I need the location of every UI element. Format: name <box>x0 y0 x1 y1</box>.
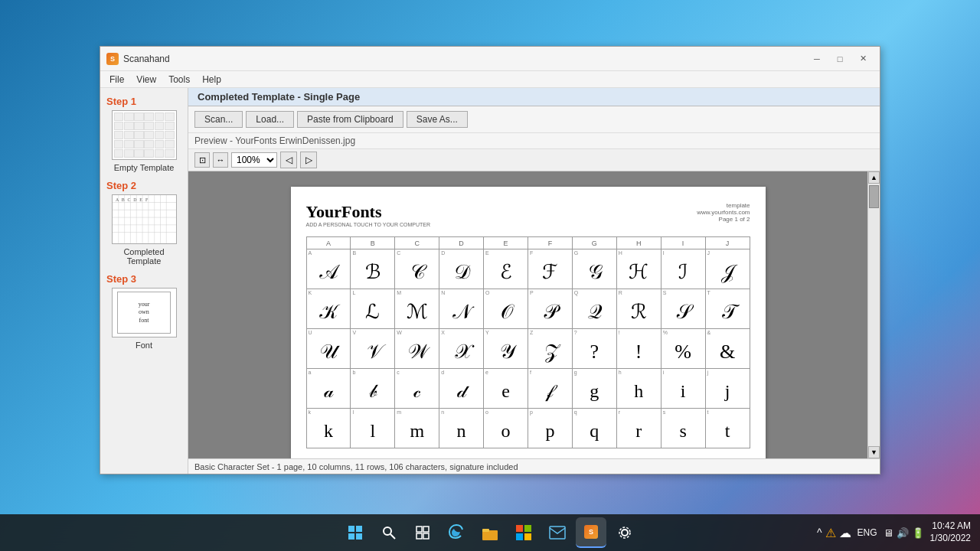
svg-rect-30 <box>524 525 531 532</box>
char-cell-R: Rℛ <box>616 289 661 329</box>
scrollbar-right[interactable]: ▲ ▼ <box>867 171 880 458</box>
warning-icon: ⚠ <box>825 526 836 540</box>
char-cell-M: Mℳ <box>395 289 439 329</box>
preview-bar: Preview - YourFonts ErwinDenissen.jpg <box>188 133 880 149</box>
zoom-next-button[interactable]: ▷ <box>300 152 317 168</box>
grid-header-row: A B C D E F G H I J <box>306 237 750 249</box>
file-explorer-button[interactable] <box>475 517 505 548</box>
svg-rect-33 <box>550 527 565 539</box>
toolbar: Scan... Load... Paste from Clipboard Sav… <box>188 106 880 133</box>
template-info-line3: Page 1 of 2 <box>697 216 750 223</box>
svg-rect-31 <box>516 533 523 540</box>
char-cell-G: G𝒢 <box>572 249 616 289</box>
thumb-cell <box>165 112 175 121</box>
char-cell-lb: b𝒷 <box>351 369 395 409</box>
monitor-icon[interactable]: 🖥 <box>884 527 893 539</box>
battery-icon[interactable]: 🔋 <box>912 527 924 539</box>
col-header-F: F <box>528 237 572 249</box>
char-cell-E: Eℰ <box>484 249 528 289</box>
char-cell-lm: mm <box>395 409 439 448</box>
mail-button[interactable] <box>542 517 573 548</box>
store-icon <box>515 524 532 541</box>
step1-label: Step 1 <box>106 96 136 107</box>
step2-thumbnail[interactable]: A B C D E F <box>112 194 177 244</box>
language-indicator[interactable]: ENG <box>858 527 877 538</box>
char-cell-D: D𝒟 <box>439 249 484 289</box>
zoom-select[interactable]: 100% 50% 75% 125% 150% <box>231 152 277 168</box>
task-view-button[interactable] <box>407 517 438 548</box>
zoom-fit-width-button[interactable]: ↔ <box>213 152 228 168</box>
menu-view[interactable]: View <box>130 73 162 86</box>
svg-rect-32 <box>524 533 531 540</box>
scrollbar-thumb[interactable] <box>869 185 879 208</box>
step1-thumbnail[interactable] <box>112 110 177 160</box>
desktop: S Scanahand ─ □ ✕ File View Tools Help S… <box>0 0 980 551</box>
char-cell-lj: jj <box>705 369 750 409</box>
menu-help[interactable]: Help <box>196 73 227 86</box>
save-button[interactable]: Save As... <box>407 111 468 128</box>
char-cell-lq: qq <box>572 409 616 448</box>
menu-file[interactable]: File <box>103 73 130 86</box>
thumb-cell <box>144 112 154 121</box>
settings-icon <box>616 524 633 541</box>
paste-button[interactable]: Paste from Clipboard <box>297 111 403 128</box>
thumb-cell <box>144 131 154 139</box>
search-button[interactable] <box>374 517 404 548</box>
app-title: Scanahand <box>123 54 806 64</box>
win-quad-3 <box>348 533 354 540</box>
file-explorer-icon <box>481 524 499 541</box>
settings-button[interactable] <box>609 517 640 548</box>
doc-area[interactable]: YourFonts ADD A PERSONAL TOUCH TO YOUR C… <box>188 171 867 458</box>
svg-text:E: E <box>139 197 142 202</box>
thumb-cell <box>155 149 165 158</box>
edge-button[interactable] <box>441 517 472 548</box>
template-info-line1: template <box>697 202 750 209</box>
tray-icons: ^ ⚠ ☁ <box>817 526 851 540</box>
volume-icon[interactable]: 🔊 <box>897 527 909 539</box>
maximize-button[interactable]: □ <box>829 51 851 67</box>
zoom-prev-button[interactable]: ◁ <box>280 152 297 168</box>
char-cell-Y: Y𝒴 <box>484 329 528 369</box>
scan-button[interactable]: Scan... <box>194 111 243 128</box>
table-row: A𝒜 Bℬ C𝒞 D𝒟 Eℰ Fℱ G𝒢 Hℋ Iℐ <box>306 249 750 289</box>
scanahand-taskbar-button[interactable]: S <box>576 517 606 548</box>
scroll-down-button[interactable]: ▼ <box>868 446 880 458</box>
chevron-up-icon[interactable]: ^ <box>817 527 822 539</box>
thumb-cell <box>114 131 124 139</box>
step2-name: Completed Template <box>106 247 181 266</box>
scroll-up-button[interactable]: ▲ <box>868 171 880 184</box>
title-bar-controls: ─ □ ✕ <box>806 51 874 67</box>
col-header-C: C <box>395 237 439 249</box>
load-button[interactable]: Load... <box>246 111 294 128</box>
store-button[interactable] <box>508 517 539 548</box>
char-cell-V: V𝒱 <box>351 329 395 369</box>
char-cell-li: ii <box>661 369 705 409</box>
char-cell-X: X𝒳 <box>439 329 484 369</box>
minimize-button[interactable]: ─ <box>806 51 828 67</box>
char-cell-lg: gg <box>572 369 616 409</box>
menu-tools[interactable]: Tools <box>162 73 196 86</box>
clock[interactable]: 10:42 AM 1/30/2022 <box>930 520 971 544</box>
close-button[interactable]: ✕ <box>852 51 874 67</box>
svg-line-22 <box>390 534 395 539</box>
thumb-cell <box>134 131 144 139</box>
sidebar: Step 1 <box>100 88 188 474</box>
start-button[interactable] <box>340 517 371 548</box>
char-cell-U: U𝒰 <box>306 329 351 369</box>
char-cell-Z: Z𝒵 <box>528 329 572 369</box>
step3-preview: yourownfont <box>117 292 171 334</box>
zoom-fit-page-button[interactable]: ⊡ <box>194 152 210 168</box>
col-header-I: I <box>661 237 705 249</box>
scrollbar-track[interactable] <box>868 184 880 446</box>
step3-thumbnail[interactable]: yourownfont <box>112 288 177 337</box>
template-info: template www.yourfonts.com Page 1 of 2 <box>697 202 750 223</box>
col-header-H: H <box>616 237 661 249</box>
char-cell-N: N𝒩 <box>439 289 484 329</box>
thumb-cell <box>134 140 144 148</box>
thumb-cell <box>114 149 124 158</box>
template-info-line2: www.yourfonts.com <box>697 209 750 216</box>
step1-grid <box>113 111 176 159</box>
char-cell-ls: ss <box>661 409 705 448</box>
task-view-icon <box>415 525 430 540</box>
char-cell-I: Iℐ <box>661 249 705 289</box>
